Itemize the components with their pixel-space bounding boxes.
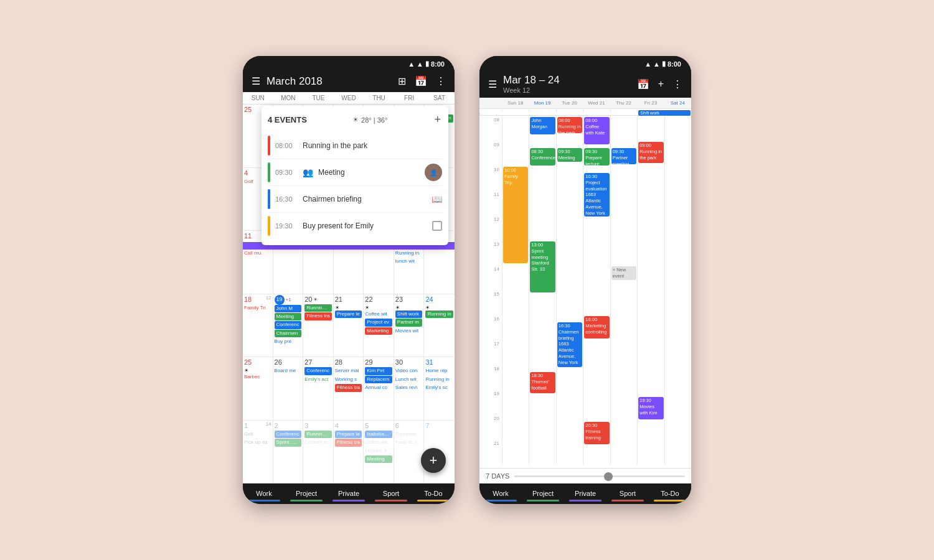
col-wed-08[interactable]: 08:00 Coffee with Kate xyxy=(583,116,610,141)
tab-todo-1[interactable]: To-Do xyxy=(412,483,455,504)
col-fri-15[interactable] xyxy=(637,290,664,315)
col-tue-21[interactable] xyxy=(556,439,583,464)
cell-4-next[interactable]: 4Prepare leFitness tra xyxy=(334,421,364,483)
col-thu-09[interactable]: 09:30 Partner meeting xyxy=(610,141,637,166)
tab-work-1[interactable]: Work xyxy=(243,483,285,504)
week-header-sun[interactable]: Sun 18 xyxy=(502,98,529,108)
col-sun-20[interactable] xyxy=(502,414,529,439)
col-thu-17[interactable] xyxy=(610,340,637,365)
cell-3-next[interactable]: 3Running inContent re xyxy=(303,421,334,483)
col-tue-15[interactable] xyxy=(556,290,583,315)
cell-23[interactable]: 23☀Shift workPartner mMovies wit xyxy=(394,294,425,357)
tab-project-2[interactable]: Project xyxy=(522,483,564,504)
event-sprint-meeting[interactable]: 13:00 Sprint meeting Stanford Str. 33 xyxy=(530,241,555,292)
col-wed-19[interactable] xyxy=(583,390,610,414)
cell-31[interactable]: 31Home repRunning inEmily's sc xyxy=(424,357,455,420)
col-mon-18[interactable]: 18:30 Thomas' football xyxy=(529,365,555,390)
col-sat-21[interactable] xyxy=(664,439,691,464)
popup-event-3[interactable]: 16:30 Chairmen briefing 📖 xyxy=(268,186,442,213)
event-prepare-lecture[interactable]: 09:30 Prepare lecture xyxy=(584,148,609,166)
more-button-2[interactable]: ⋮ xyxy=(671,77,684,91)
col-mon-11[interactable] xyxy=(529,190,555,215)
col-thu-19[interactable] xyxy=(610,390,637,414)
cell-28b[interactable]: 28Server maiWorking sFitness tra xyxy=(334,357,364,420)
col-thu-16[interactable] xyxy=(610,315,637,340)
cell-5-next[interactable]: 5Isabella in townCoffee witLecture: FMee… xyxy=(364,421,394,483)
col-sat-18[interactable] xyxy=(664,365,691,390)
col-sat-09[interactable] xyxy=(664,141,691,166)
col-mon-12[interactable] xyxy=(529,215,555,240)
col-tue-16[interactable]: 16:30 Chairmen briefing 1663 Atlantic Av… xyxy=(556,315,583,340)
col-sat-14[interactable] xyxy=(664,265,691,290)
cell-27b[interactable]: 27ConferencEmily's act xyxy=(303,357,334,420)
col-sat-19[interactable] xyxy=(664,390,691,414)
col-wed-18[interactable] xyxy=(583,365,610,390)
col-mon-10[interactable] xyxy=(529,166,555,190)
cell-20[interactable]: 20☀Running inFitness tra xyxy=(303,294,334,357)
col-thu-20[interactable] xyxy=(610,414,637,439)
cell-21[interactable]: 21☀Prepare le xyxy=(334,294,364,357)
slider-thumb[interactable] xyxy=(604,472,613,481)
week-header-fri[interactable]: Fri 23 xyxy=(637,98,664,108)
cell-19-today[interactable]: 19+1John MMeetingConferencChairmenBuy pr… xyxy=(273,294,304,357)
col-tue-08[interactable]: 08:00 Running in the park xyxy=(556,116,583,141)
week-header-thu[interactable]: Thu 22 xyxy=(610,98,637,108)
week-header-wed[interactable]: Wed 21 xyxy=(583,98,610,108)
col-mon-17[interactable] xyxy=(529,340,555,365)
week-header-tue[interactable]: Tue 20 xyxy=(556,98,583,108)
col-sun-15[interactable] xyxy=(502,290,529,315)
menu-button-2[interactable]: ☰ xyxy=(487,77,498,91)
col-fri-13[interactable] xyxy=(637,240,664,265)
cell-25b[interactable]: 25☀Barbec xyxy=(243,357,273,420)
col-fri-12[interactable] xyxy=(637,215,664,240)
cell-22[interactable]: 22☀Coffee witProject evMarketing xyxy=(364,294,394,357)
col-tue-14[interactable] xyxy=(556,265,583,290)
event-meeting-tue[interactable]: 09:30 Meeting xyxy=(557,148,582,162)
menu-button[interactable]: ☰ xyxy=(250,74,262,88)
tab-private-2[interactable]: Private xyxy=(564,483,606,504)
col-fri-08[interactable] xyxy=(637,116,664,141)
event-john-morgan[interactable]: John Morgan xyxy=(530,117,555,134)
event-popup[interactable]: 4 EVENTS ☀ 28° | 36° + 08:00 Running in … xyxy=(262,106,448,245)
shift-work-event[interactable]: Shift work xyxy=(638,110,691,116)
col-thu-13[interactable] xyxy=(610,240,637,265)
col-wed-13[interactable] xyxy=(583,240,610,265)
col-mon-13[interactable]: 13:00 Sprint meeting Stanford Str. 33 xyxy=(529,240,555,265)
col-mon-19[interactable] xyxy=(529,390,555,414)
calendar-button[interactable]: 📅 xyxy=(413,74,428,88)
tab-sport-1[interactable]: Sport xyxy=(370,483,412,504)
col-tue-18[interactable] xyxy=(556,365,583,390)
days-slider[interactable] xyxy=(514,475,685,477)
col-tue-12[interactable] xyxy=(556,215,583,240)
col-wed-10[interactable]: 10:30 Project evaluation 1663 Atlantic A… xyxy=(583,166,610,190)
col-thu-21[interactable] xyxy=(610,439,637,464)
col-mon-08[interactable]: John Morgan xyxy=(529,116,555,141)
cell-18[interactable]: 1812Family Tri xyxy=(243,294,273,357)
tab-todo-2[interactable]: To-Do xyxy=(649,483,691,504)
col-sat-20[interactable] xyxy=(664,414,691,439)
col-mon-21[interactable] xyxy=(529,439,555,464)
event-marketing[interactable]: 16:00 Marketing controlling xyxy=(584,316,609,338)
event-project-eval[interactable]: 10:30 Project evaluation 1663 Atlantic A… xyxy=(584,173,609,217)
col-sat-12[interactable] xyxy=(664,215,691,240)
week-header-mon[interactable]: Mon 19 xyxy=(529,98,555,108)
col-sun-16[interactable] xyxy=(502,315,529,340)
more-button[interactable]: ⋮ xyxy=(435,74,447,88)
col-sat-16[interactable] xyxy=(664,315,691,340)
col-fri-09[interactable]: 09:00 Running in the park xyxy=(637,141,664,166)
fab-button[interactable]: + xyxy=(421,448,446,473)
col-sat-10[interactable] xyxy=(664,166,691,190)
popup-event-2[interactable]: 09:30 👥 Meeting 👤 xyxy=(268,159,442,186)
col-fri-17[interactable] xyxy=(637,340,664,365)
col-fri-16[interactable] xyxy=(637,315,664,340)
col-sat-13[interactable] xyxy=(664,240,691,265)
grid-view-button[interactable]: ⊞ xyxy=(397,74,407,88)
cell-29[interactable]: 29Kim PetReplacemAnnual co xyxy=(364,357,394,420)
col-tue-11[interactable] xyxy=(556,190,583,215)
col-sun-18[interactable] xyxy=(502,365,529,390)
col-mon-15[interactable] xyxy=(529,290,555,315)
col-sun-19[interactable] xyxy=(502,390,529,414)
col-mon-09[interactable]: 08:30 Conference xyxy=(529,141,555,166)
col-thu-15[interactable] xyxy=(610,290,637,315)
event-thomas-football[interactable]: 18:30 Thomas' football xyxy=(530,372,555,393)
